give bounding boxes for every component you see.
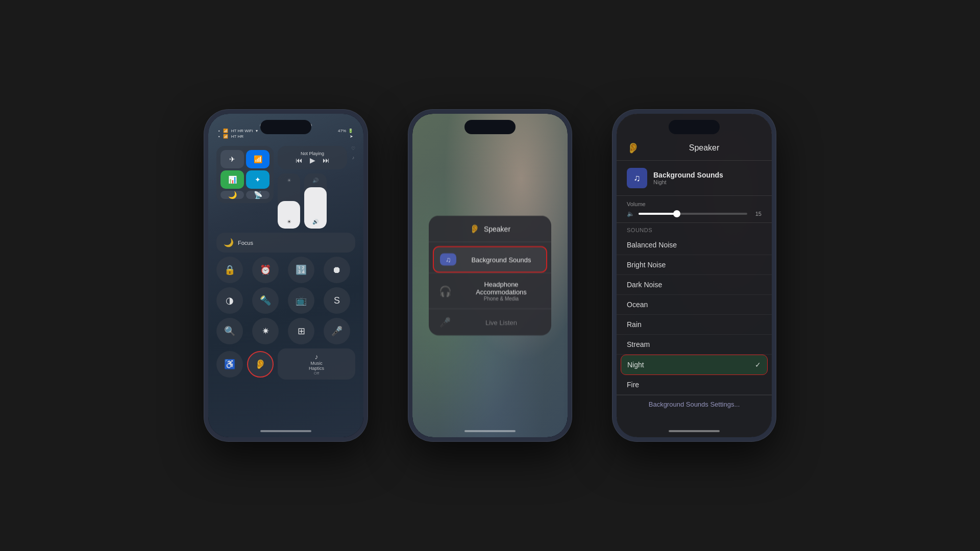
headphone-icon: 🎧 — [437, 285, 453, 297]
cc-bottom-row: ♿ 👂 ♪ Music Haptics Off — [216, 348, 355, 380]
signal-icon2: ▪ — [218, 134, 220, 139]
sounds-header-text: Speaker — [647, 143, 762, 153]
sound-item-rain[interactable]: Rain — [617, 315, 772, 335]
home-bar1 — [260, 430, 311, 432]
sounds-panel: 👂 Speaker ♫ Background Sounds Night Volu… — [617, 114, 772, 437]
sound-item-name: Dark Noise — [627, 281, 762, 289]
status-location: ◉ System Services & LAQO — [218, 123, 353, 128]
volume-up-btn[interactable] — [204, 175, 206, 193]
cellular-btn[interactable]: 📊 — [220, 170, 244, 189]
sound-item-name: Stream — [627, 340, 762, 348]
music-icon: ♪ — [315, 353, 318, 361]
headphone-item[interactable]: 🎧 Headphone Accommodations Phone & Media — [429, 273, 551, 309]
haptics-label: Haptics — [309, 366, 324, 371]
phone1-bg: ◉ System Services & LAQO ▪ 📶 HT HR WiFi … — [208, 114, 363, 437]
headphone-content: Headphone Accommodations Phone & Media — [459, 281, 543, 302]
torch-btn[interactable]: 🔦 — [252, 287, 279, 314]
sound-item-fire[interactable]: Fire — [617, 375, 772, 395]
live-listen-item: 🎤 Live Listen — [429, 309, 551, 336]
speaker-header-text: Speaker — [484, 224, 510, 233]
vol-number: 15 — [751, 211, 762, 217]
wifi2-text: HT HR — [231, 134, 243, 139]
bluetooth-btn[interactable]: ✦ — [246, 170, 270, 189]
sound-item-dark[interactable]: Dark Noise — [617, 275, 772, 295]
record-btn[interactable]: ⏺ — [324, 257, 350, 283]
network-widget[interactable]: ✈ 📶 📊 ✦ 🌙 📡 — [216, 146, 274, 203]
calculator-btn[interactable]: 🔢 — [288, 257, 314, 283]
phone3-volume-down[interactable] — [612, 198, 615, 216]
cc-4btn-row1: 🔒 ⏰ 🔢 ⏺ — [216, 257, 355, 283]
sound-item-ocean[interactable]: Ocean — [617, 295, 772, 315]
effects-btn[interactable]: ✷ — [252, 318, 279, 344]
signal-icon1: ▪ — [218, 129, 220, 133]
sound-item-bright[interactable]: Bright Noise — [617, 255, 772, 275]
microphone-icon: 🎤 — [437, 317, 453, 328]
volume-label: Volume — [627, 201, 762, 207]
sound-item-stream[interactable]: Stream — [617, 335, 772, 355]
phone1-wrap: ◉ System Services & LAQO ▪ 📶 HT HR WiFi … — [204, 110, 368, 441]
brightness-slider[interactable]: ☀ ☀ — [278, 173, 300, 229]
hearing-btn[interactable]: 👂 — [247, 351, 274, 378]
shazam-btn[interactable]: S — [324, 287, 350, 314]
phone2-screen: 👂 Speaker ♫ Background Sounds — [412, 114, 568, 437]
phone1-screen: ◉ System Services & LAQO ▪ 📶 HT HR WiFi … — [208, 114, 363, 437]
sound-item-balanced[interactable]: Balanced Noise — [617, 235, 772, 255]
now-playing-info: Background Sounds Night — [653, 171, 723, 185]
cc-4btn-row3: 🔍 ✷ ⊞ 🎤 — [216, 318, 355, 344]
screenshot-btn[interactable]: ⊞ — [288, 318, 314, 344]
power-btn[interactable] — [365, 185, 368, 213]
sounds-settings-link[interactable]: Background Sounds Settings... — [627, 400, 762, 408]
arrow-icon: ➤ — [350, 134, 353, 139]
sound-item-name: Ocean — [627, 300, 762, 309]
speaker-header: 👂 Speaker — [429, 216, 551, 242]
main-container: ◉ System Services & LAQO ▪ 📶 HT HR WiFi … — [0, 0, 980, 551]
voice-btn[interactable]: 🎤 — [324, 318, 350, 344]
volume-section: Volume 🔈 15 — [617, 196, 772, 223]
phone2-power[interactable] — [570, 185, 572, 213]
play-btn[interactable]: ▶ — [310, 156, 315, 164]
headphone-label: Headphone Accommodations — [459, 281, 543, 296]
airplane-btn[interactable]: ✈ — [220, 150, 244, 168]
home-bar3 — [669, 430, 720, 432]
wifi-btn[interactable]: 📶 — [246, 150, 270, 168]
music-label: Music — [310, 361, 323, 366]
music-haptics-tile[interactable]: ♪ Music Haptics Off — [278, 348, 355, 380]
wifi-icon2: 📶 — [223, 134, 228, 139]
checkmark-icon: ✓ — [755, 361, 761, 369]
cc-row-focus: 🌙 Focus — [216, 233, 355, 253]
media-widget[interactable]: Not Playing ⏮ ▶ ⏭ — [278, 146, 347, 169]
headphone-sub: Phone & Media — [459, 296, 543, 302]
now-playing-subtitle: Night — [653, 179, 723, 185]
volume-down-btn[interactable] — [204, 198, 206, 216]
accessibility-btn[interactable]: ♿ — [216, 351, 243, 378]
moon-icon: 🌙 — [224, 238, 234, 247]
sound-item-night[interactable]: Night ✓ — [621, 355, 768, 375]
volume-row: 🔈 15 — [627, 210, 762, 217]
battery-text: 47% — [338, 129, 346, 133]
alarm-btn[interactable]: ⏰ — [252, 257, 279, 283]
now-playing-row: ♫ Background Sounds Night — [617, 161, 772, 196]
magnifier-btn[interactable]: 🔍 — [216, 318, 243, 344]
phone3-power[interactable] — [774, 185, 776, 213]
rotation-lock-btn[interactable]: 🔒 — [216, 257, 243, 283]
cc-4btn-row2: ◑ 🔦 📺 S — [216, 287, 355, 314]
airdrop-btn[interactable]: 📡 — [246, 191, 270, 199]
phone2-volume-down[interactable] — [408, 198, 410, 216]
sounds-ear-icon: 👂 — [627, 142, 640, 154]
wifi-icon1: 📶 — [223, 129, 228, 133]
sounds-list-header: Sounds — [617, 223, 772, 235]
location-icon: ◉ — [260, 123, 263, 128]
invert-btn[interactable]: ◑ — [216, 287, 243, 314]
background-sounds-item[interactable]: ♫ Background Sounds — [433, 246, 547, 273]
vol-track[interactable] — [639, 213, 747, 215]
status-row2: ▪ 📶 HT HR ➤ — [218, 134, 353, 139]
focus-widget[interactable]: 🌙 Focus — [216, 233, 355, 253]
volume-slider[interactable]: 🔊 🔊 — [304, 173, 327, 229]
prev-btn[interactable]: ⏮ — [296, 156, 303, 164]
phone3-volume-up[interactable] — [612, 175, 615, 193]
wifi1-text: HT HR WiFi — [231, 129, 253, 133]
focus2-btn[interactable]: 🌙 — [220, 191, 244, 199]
phone2-volume-up[interactable] — [408, 175, 410, 193]
remote-btn[interactable]: 📺 — [288, 287, 314, 314]
next-btn[interactable]: ⏭ — [323, 156, 330, 164]
